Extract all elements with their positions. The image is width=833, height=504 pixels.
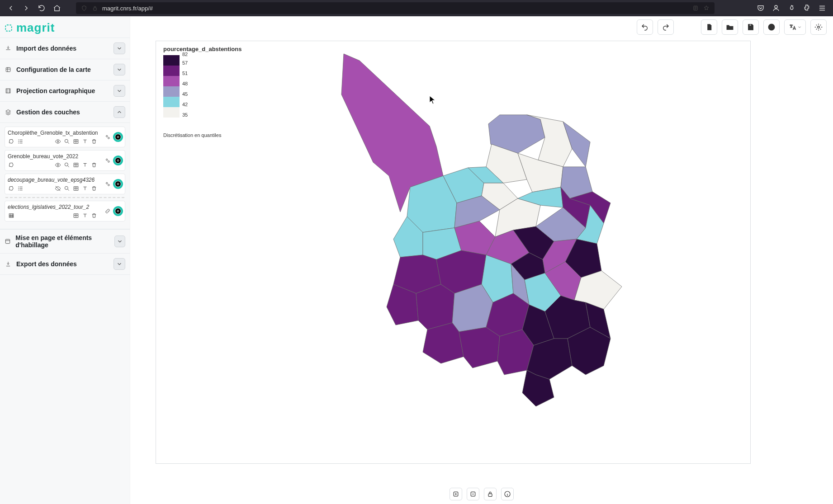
layer-card[interactable]: elections_lgislatives_2022_tour_2 <box>5 201 125 221</box>
redo-button[interactable] <box>658 19 674 35</box>
reader-icon[interactable] <box>692 5 699 12</box>
panel-export-title: Export des données <box>16 260 77 268</box>
pocket-icon[interactable] <box>755 3 766 14</box>
eye-off-icon[interactable] <box>54 185 62 192</box>
panel-config-title: Configuration de la carte <box>16 66 91 73</box>
menu-icon[interactable] <box>817 3 828 14</box>
layer-target-icon[interactable] <box>113 206 123 216</box>
open-button[interactable] <box>722 19 738 35</box>
address-bar[interactable]: magrit.cnrs.fr/app/# <box>76 2 715 14</box>
account-icon[interactable] <box>771 3 781 14</box>
undo-button[interactable] <box>637 19 653 35</box>
table-icon[interactable] <box>72 185 80 192</box>
svg-rect-0 <box>94 8 97 10</box>
svg-point-9 <box>106 136 108 137</box>
panel-import-toggle[interactable] <box>114 42 125 54</box>
save-button[interactable] <box>743 19 759 35</box>
legend-icon[interactable] <box>17 138 24 145</box>
svg-rect-30 <box>5 239 9 243</box>
settings-button[interactable] <box>810 19 827 35</box>
panel-layout-toggle[interactable] <box>114 236 125 247</box>
lock-map-button[interactable] <box>484 488 497 500</box>
flame-icon[interactable] <box>786 3 797 14</box>
panel-projection-toggle[interactable] <box>114 85 125 97</box>
browser-reload[interactable] <box>36 3 47 14</box>
map-info-button[interactable] <box>501 488 514 500</box>
svg-point-7 <box>65 139 68 142</box>
panel-layout[interactable]: Mise en page et éléments d'habillage <box>0 229 130 254</box>
layer-card[interactable]: Grenoble_bureau_vote_2022 <box>5 150 125 171</box>
zoom-in-button[interactable] <box>450 488 462 500</box>
browser-home[interactable] <box>52 3 62 14</box>
eye-icon[interactable] <box>54 161 62 169</box>
mouse-cursor-icon <box>429 95 435 104</box>
layer-settings-icon[interactable] <box>104 133 111 141</box>
svg-point-23 <box>108 184 110 186</box>
svg-point-2 <box>775 5 777 8</box>
table-icon[interactable] <box>72 161 80 169</box>
bookmark-star-icon[interactable] <box>703 5 710 12</box>
panel-export[interactable]: Export des données <box>0 254 130 275</box>
svg-rect-26 <box>9 214 13 217</box>
layer-settings-icon[interactable] <box>104 157 111 164</box>
language-button[interactable] <box>784 19 806 35</box>
table-icon[interactable] <box>72 138 80 145</box>
svg-point-22 <box>106 183 108 184</box>
panel-config[interactable]: Configuration de la carte <box>0 59 130 80</box>
typing-icon[interactable] <box>81 138 89 145</box>
svg-point-12 <box>117 136 119 138</box>
help-button[interactable]: ? <box>763 19 780 35</box>
panel-projection-title: Projection cartographique <box>16 87 95 94</box>
link-icon[interactable] <box>104 207 111 215</box>
table-icon[interactable] <box>72 212 80 219</box>
layer-card[interactable]: decoupage_bureau_vote_epsg4326 <box>5 174 125 194</box>
trash-icon[interactable] <box>90 185 98 192</box>
typing-icon[interactable] <box>81 185 89 192</box>
zoom-icon[interactable] <box>63 185 71 192</box>
svg-rect-37 <box>488 494 492 496</box>
extensions-icon[interactable] <box>801 3 812 14</box>
main: ? pourcentage_d_abstentions 825751484542… <box>130 16 833 504</box>
zoom-icon[interactable] <box>63 161 71 169</box>
trash-icon[interactable] <box>90 138 98 145</box>
trash-icon[interactable] <box>90 161 98 169</box>
legend-swatch <box>163 86 180 97</box>
panel-config-toggle[interactable] <box>114 64 125 75</box>
layer-target-icon[interactable] <box>113 179 123 189</box>
svg-point-16 <box>106 159 108 161</box>
layer-target-icon[interactable] <box>113 132 123 142</box>
svg-point-34 <box>818 26 820 28</box>
typing-icon[interactable] <box>81 161 89 169</box>
choropleth-map[interactable] <box>228 49 653 420</box>
zoom-out-button[interactable] <box>467 488 479 500</box>
zoom-icon[interactable] <box>63 138 71 145</box>
new-doc-button[interactable] <box>701 19 717 35</box>
panel-export-toggle[interactable] <box>114 258 125 270</box>
panel-layers-toggle[interactable] <box>114 106 125 118</box>
trash-icon[interactable] <box>90 212 98 219</box>
panel-layers[interactable]: Gestion des couches <box>0 102 130 123</box>
polygon-icon <box>8 138 15 145</box>
layer-target-icon[interactable] <box>113 155 123 165</box>
panel-projection[interactable]: Projection cartographique <box>0 80 130 102</box>
svg-text:?: ? <box>770 25 772 29</box>
legend-tick: 35 <box>182 115 188 125</box>
legend-icon[interactable] <box>17 185 24 192</box>
panel-import[interactable]: Import des données <box>0 38 130 59</box>
svg-point-19 <box>117 160 119 161</box>
layer-card[interactable]: Choroplèthe_Grenoble_tx_abstention <box>5 127 125 147</box>
legend-swatch <box>163 76 180 86</box>
svg-rect-3 <box>5 25 12 31</box>
panel-layers-title: Gestion des couches <box>16 108 80 116</box>
app: magrit Import des données Configuration … <box>0 16 833 504</box>
svg-rect-31 <box>749 24 752 26</box>
svg-point-29 <box>117 210 119 212</box>
map-canvas[interactable]: pourcentage_d_abstentions 82575148454235… <box>156 41 751 464</box>
table-grid-icon <box>8 212 15 219</box>
browser-forward[interactable] <box>21 3 32 14</box>
eye-icon[interactable] <box>54 138 62 145</box>
browser-back[interactable] <box>5 3 16 14</box>
svg-point-6 <box>57 141 59 142</box>
layer-settings-icon[interactable] <box>104 180 111 188</box>
typing-icon[interactable] <box>81 212 89 219</box>
